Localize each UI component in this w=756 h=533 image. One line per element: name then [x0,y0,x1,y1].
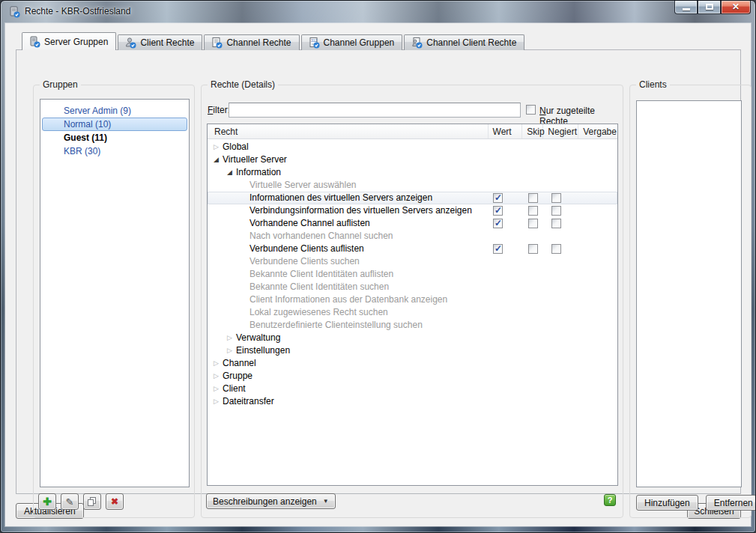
edit-group-button[interactable]: ✎ [61,493,79,510]
wert-checkbox[interactable] [493,244,503,254]
dialog-body: Server GruppenClient RechteChannel Recht… [5,23,751,526]
tree-row[interactable]: Nach vorhandenen Channel suchen [208,230,617,243]
collapsed-arrow-icon[interactable]: ▷ [214,357,223,370]
tree-row[interactable]: Verbindungsinformation des virtuellen Se… [208,204,617,217]
group-item[interactable]: KBR (30) [42,144,187,158]
remove-client-button[interactable]: Entfernen [706,495,756,511]
add-group-button[interactable]: ✚ [38,493,56,510]
add-client-button[interactable]: Hinzufügen [636,495,698,511]
tab-channel-client-rechte[interactable]: Channel Client Rechte [404,34,524,50]
tab-channel-rechte[interactable]: Channel Rechte [204,34,299,50]
tree-row[interactable]: Verbundene Clients auflisten [208,243,617,255]
permission-label: Einstellungen [236,344,290,357]
descriptions-dropdown-label: Beschreibungen anzeigen [213,496,317,507]
only-assigned-checkbox[interactable] [526,105,536,115]
clients-list[interactable] [636,100,742,487]
tab-server-gruppen[interactable]: Server Gruppen [22,32,116,50]
tree-row[interactable]: ▷Global [208,141,617,153]
tree-row[interactable]: ◢Virtueller Server [208,153,617,166]
group-item[interactable]: Normal (10) [42,118,187,131]
tree-row[interactable]: Informationen des virtuellen Servers anz… [208,192,617,204]
column-header-skip[interactable]: Skip [522,124,543,138]
help-icon[interactable]: ? [604,494,616,506]
tab-label: Client Rechte [140,37,194,48]
tree-row[interactable]: Benutzerdefinierte Clienteinstellung suc… [208,319,617,332]
group-item-label: KBR (30) [64,146,100,156]
tab-label: Channel Client Rechte [426,37,516,48]
clients-buttons: Hinzufügen Entfernen [636,495,756,511]
wert-checkbox[interactable] [493,219,503,228]
permission-label: Virtueller Server [223,153,287,166]
permission-label: Benutzerdefinierte Clienteinstellung suc… [250,319,423,332]
tree-row[interactable]: Vorhandene Channel auflisten [208,217,617,230]
copy-group-button[interactable] [83,493,101,510]
edit-group-icon: ✎ [66,496,74,508]
tree-row[interactable]: Lokal zugewiesenes Recht suchen [208,306,617,319]
tree-row[interactable]: Virtuelle Server auswählen [208,179,617,192]
negiert-checkbox[interactable] [551,244,561,254]
permission-label: Bekannte Client Identitäten suchen [250,281,389,293]
groups-list[interactable]: Server Admin (9)Normal (10)Guest (11)KBR… [40,99,190,487]
permission-label: Bekannte Client Identitäten auflisten [250,268,393,281]
group-item[interactable]: Server Admin (9) [42,104,187,118]
permission-label: Informationen des virtuellen Servers anz… [250,192,432,204]
skip-checkbox[interactable] [528,244,538,254]
negiert-checkbox[interactable] [551,219,561,228]
delete-group-icon: ✖ [111,496,118,507]
permission-label: Dateitransfer [223,395,274,408]
tree-row[interactable]: Verbundene Clients suchen [208,255,617,268]
negiert-checkbox[interactable] [551,193,561,203]
expanded-arrow-icon[interactable]: ◢ [227,166,236,179]
skip-checkbox[interactable] [528,219,538,228]
collapsed-arrow-icon[interactable]: ▷ [214,141,223,153]
titlebar[interactable]: Rechte - KBR-Ostfriesland ✕ [1,1,755,23]
group-item[interactable]: Guest (11) [42,131,187,144]
groups-toolbar: ✚✎✖ [38,493,124,510]
permission-label: Channel [223,357,256,370]
delete-group-button[interactable]: ✖ [106,493,124,510]
tree-row[interactable]: Bekannte Client Identitäten auflisten [208,268,617,281]
wert-checkbox[interactable] [493,193,503,203]
collapsed-arrow-icon[interactable]: ▷ [214,383,223,395]
tab-page-server-gruppen: Gruppen Server Admin (9)Normal (10)Guest… [16,49,741,494]
server-check-icon [28,36,40,48]
tree-row[interactable]: ▷Verwaltung [208,332,617,344]
column-header-negiert[interactable]: Negiert [543,124,578,138]
details-groupbox: Rechte (Details) Filter: Nur zugeteilte … [201,85,623,518]
skip-checkbox[interactable] [528,206,538,216]
tree-row[interactable]: ▷Client [208,383,617,395]
column-header-wert[interactable]: Wert [489,124,523,138]
permission-label: Verbundene Clients suchen [250,255,360,268]
expanded-arrow-icon[interactable]: ◢ [214,153,223,166]
column-header-vergabe[interactable]: Vergabe [578,124,617,138]
tree-row[interactable]: ▷Channel [208,357,617,370]
skip-checkbox[interactable] [528,193,538,203]
close-button[interactable]: ✕ [721,1,751,14]
groups-groupbox-label: Gruppen [40,79,81,90]
tab-client-rechte[interactable]: Client Rechte [118,34,202,50]
tree-row[interactable]: Bekannte Client Identitäten suchen [208,281,617,293]
tree-row[interactable]: ◢Information [208,166,617,179]
permission-label: Client [223,383,246,395]
group-item-label: Guest (11) [64,133,107,143]
collapsed-arrow-icon[interactable]: ▷ [227,332,236,344]
permission-label: Verbundene Clients auflisten [250,243,364,255]
negiert-checkbox[interactable] [551,206,561,216]
tree-row[interactable]: Client Informationen aus der Datenbank a… [208,293,617,306]
tab-channel-gruppen[interactable]: 312Channel Gruppen [301,34,403,50]
tab-label: Server Gruppen [44,37,108,47]
column-header-recht[interactable]: Recht [208,124,489,138]
wert-checkbox[interactable] [493,206,503,216]
tree-row[interactable]: ▷Einstellungen [208,344,617,357]
tree-row[interactable]: ▷Gruppe [208,370,617,383]
collapsed-arrow-icon[interactable]: ▷ [214,370,223,383]
collapsed-arrow-icon[interactable]: ▷ [227,344,236,357]
maximize-button[interactable] [698,1,721,14]
filter-input[interactable] [229,103,521,118]
minimize-button[interactable] [674,1,698,14]
group-item-label: Server Admin (9) [64,106,131,116]
tree-row[interactable]: ▷Dateitransfer [208,395,617,408]
channel-doc-check-icon [211,37,223,49]
collapsed-arrow-icon[interactable]: ▷ [214,395,223,408]
descriptions-dropdown-button[interactable]: Beschreibungen anzeigen ▼ [206,493,336,509]
